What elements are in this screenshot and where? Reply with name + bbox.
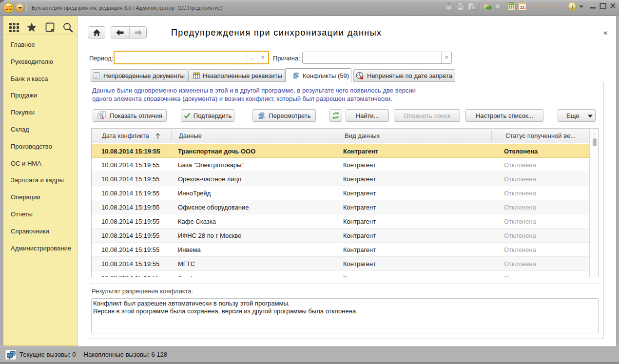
svg-text:М-: М- xyxy=(553,3,559,9)
svg-text:31: 31 xyxy=(520,5,524,10)
svg-text:М+: М+ xyxy=(542,3,550,9)
svg-text:М: М xyxy=(533,3,537,9)
svg-text:1С: 1С xyxy=(5,5,12,11)
